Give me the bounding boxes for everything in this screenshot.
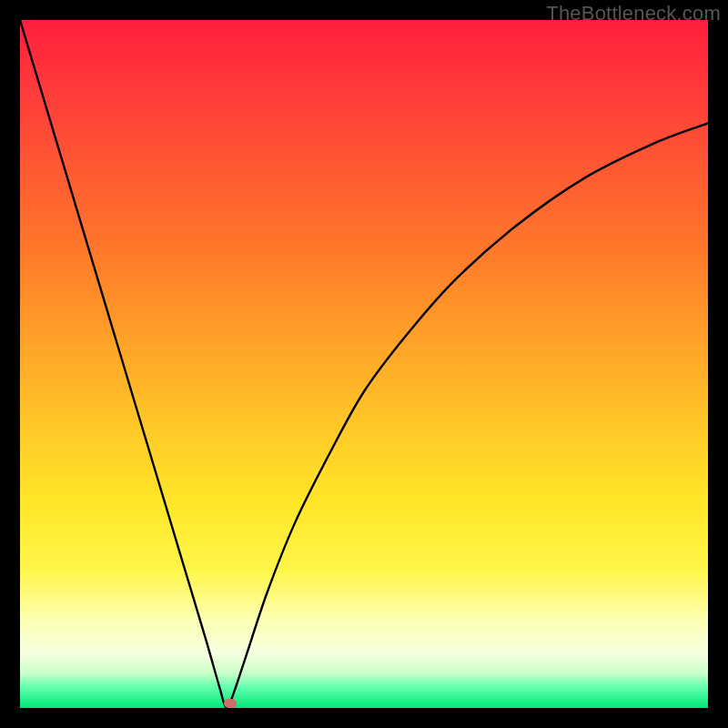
bottleneck-curve (20, 20, 708, 708)
curve-svg (20, 20, 708, 708)
plot-area (20, 20, 708, 708)
chart-frame: TheBottleneck.com (0, 0, 728, 728)
optimal-point-marker (224, 699, 237, 708)
watermark-text: TheBottleneck.com (546, 2, 721, 25)
